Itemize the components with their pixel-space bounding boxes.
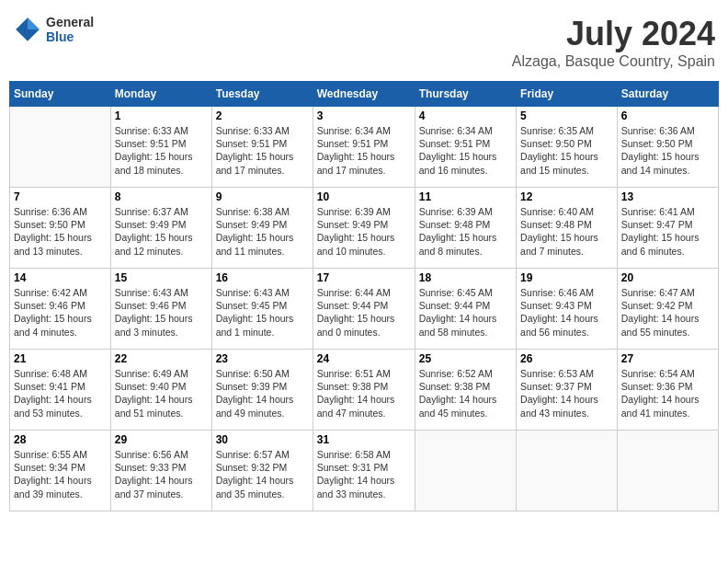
calendar-week-row: 28Sunrise: 6:55 AM Sunset: 9:34 PM Dayli… [10,431,719,511]
calendar-cell: 28Sunrise: 6:55 AM Sunset: 9:34 PM Dayli… [10,431,111,511]
calendar-cell: 9Sunrise: 6:38 AM Sunset: 9:49 PM Daylig… [211,188,313,269]
day-number: 28 [14,433,107,446]
day-number: 13 [621,190,714,203]
calendar-cell: 12Sunrise: 6:40 AM Sunset: 9:48 PM Dayli… [517,188,618,269]
day-info: Sunrise: 6:39 AM Sunset: 9:49 PM Dayligh… [317,205,411,258]
calendar-cell: 20Sunrise: 6:47 AM Sunset: 9:42 PM Dayli… [617,269,718,350]
calendar-cell [517,431,618,511]
calendar-cell: 13Sunrise: 6:41 AM Sunset: 9:47 PM Dayli… [617,188,718,269]
calendar-week-row: 7Sunrise: 6:36 AM Sunset: 9:50 PM Daylig… [10,188,719,269]
day-info: Sunrise: 6:33 AM Sunset: 9:51 PM Dayligh… [216,124,309,177]
day-number: 15 [115,271,208,284]
calendar-cell: 15Sunrise: 6:43 AM Sunset: 9:46 PM Dayli… [110,269,211,350]
calendar-week-row: 21Sunrise: 6:48 AM Sunset: 9:41 PM Dayli… [10,350,719,431]
day-number: 10 [317,190,411,203]
calendar-cell: 29Sunrise: 6:56 AM Sunset: 9:33 PM Dayli… [110,431,211,511]
calendar-cell: 24Sunrise: 6:51 AM Sunset: 9:38 PM Dayli… [313,350,415,431]
day-info: Sunrise: 6:34 AM Sunset: 9:51 PM Dayligh… [419,124,512,177]
day-number: 18 [419,271,512,284]
calendar-cell: 14Sunrise: 6:42 AM Sunset: 9:46 PM Dayli… [10,269,111,350]
calendar-cell: 11Sunrise: 6:39 AM Sunset: 9:48 PM Dayli… [415,188,516,269]
day-info: Sunrise: 6:43 AM Sunset: 9:45 PM Dayligh… [216,286,309,339]
logo-blue-text: Blue [46,29,94,44]
day-info: Sunrise: 6:34 AM Sunset: 9:51 PM Dayligh… [317,124,411,177]
day-info: Sunrise: 6:37 AM Sunset: 9:49 PM Dayligh… [115,205,208,258]
weekday-header-friday: Friday [517,82,618,107]
day-info: Sunrise: 6:42 AM Sunset: 9:46 PM Dayligh… [14,286,107,339]
weekday-header-monday: Monday [110,82,211,107]
calendar-week-row: 1Sunrise: 6:33 AM Sunset: 9:51 PM Daylig… [10,107,719,188]
calendar-cell: 5Sunrise: 6:35 AM Sunset: 9:50 PM Daylig… [517,107,618,188]
day-info: Sunrise: 6:56 AM Sunset: 9:33 PM Dayligh… [115,448,208,500]
location-title: Alzaga, Basque Country, Spain [512,53,715,70]
day-info: Sunrise: 6:55 AM Sunset: 9:34 PM Dayligh… [14,448,107,500]
calendar-cell [415,431,516,511]
calendar-cell: 22Sunrise: 6:49 AM Sunset: 9:40 PM Dayli… [110,350,211,431]
calendar-cell: 17Sunrise: 6:44 AM Sunset: 9:44 PM Dayli… [313,269,415,350]
day-info: Sunrise: 6:46 AM Sunset: 9:43 PM Dayligh… [520,286,613,339]
day-info: Sunrise: 6:48 AM Sunset: 9:41 PM Dayligh… [14,367,107,419]
day-number: 7 [14,190,107,203]
calendar-cell: 10Sunrise: 6:39 AM Sunset: 9:49 PM Dayli… [313,188,415,269]
day-number: 20 [621,271,714,284]
day-info: Sunrise: 6:50 AM Sunset: 9:39 PM Dayligh… [216,367,309,419]
calendar-cell: 18Sunrise: 6:45 AM Sunset: 9:44 PM Dayli… [415,269,516,350]
day-info: Sunrise: 6:38 AM Sunset: 9:49 PM Dayligh… [216,205,309,258]
day-number: 22 [115,352,208,365]
calendar-cell [10,107,111,188]
weekday-header-row: SundayMondayTuesdayWednesdayThursdayFrid… [10,82,719,107]
day-number: 3 [317,109,411,122]
day-info: Sunrise: 6:36 AM Sunset: 9:50 PM Dayligh… [14,205,107,258]
day-number: 12 [520,190,613,203]
calendar-cell [617,431,718,511]
day-number: 8 [115,190,208,203]
day-number: 5 [520,109,613,122]
day-number: 16 [216,271,309,284]
weekday-header-tuesday: Tuesday [211,82,313,107]
day-info: Sunrise: 6:41 AM Sunset: 9:47 PM Dayligh… [621,205,714,258]
calendar-cell: 6Sunrise: 6:36 AM Sunset: 9:50 PM Daylig… [617,107,718,188]
logo: General Blue [13,15,94,44]
day-info: Sunrise: 6:39 AM Sunset: 9:48 PM Dayligh… [419,205,512,258]
calendar-cell: 19Sunrise: 6:46 AM Sunset: 9:43 PM Dayli… [517,269,618,350]
day-number: 26 [520,352,613,365]
calendar-cell: 16Sunrise: 6:43 AM Sunset: 9:45 PM Dayli… [211,269,313,350]
calendar-cell: 23Sunrise: 6:50 AM Sunset: 9:39 PM Dayli… [211,350,313,431]
calendar-cell: 7Sunrise: 6:36 AM Sunset: 9:50 PM Daylig… [10,188,111,269]
day-number: 2 [216,109,309,122]
calendar-cell: 31Sunrise: 6:58 AM Sunset: 9:31 PM Dayli… [313,431,415,511]
day-info: Sunrise: 6:33 AM Sunset: 9:51 PM Dayligh… [115,124,208,177]
page-header: General Blue July 2024 Alzaga, Basque Co… [9,9,719,75]
day-info: Sunrise: 6:52 AM Sunset: 9:38 PM Dayligh… [419,367,512,419]
calendar-cell: 27Sunrise: 6:54 AM Sunset: 9:36 PM Dayli… [617,350,718,431]
month-title: July 2024 [512,15,715,53]
calendar-cell: 21Sunrise: 6:48 AM Sunset: 9:41 PM Dayli… [10,350,111,431]
day-number: 14 [14,271,107,284]
weekday-header-thursday: Thursday [415,82,516,107]
calendar-cell: 26Sunrise: 6:53 AM Sunset: 9:37 PM Dayli… [517,350,618,431]
day-info: Sunrise: 6:35 AM Sunset: 9:50 PM Dayligh… [520,124,613,177]
calendar-table: SundayMondayTuesdayWednesdayThursdayFrid… [9,81,719,511]
day-info: Sunrise: 6:44 AM Sunset: 9:44 PM Dayligh… [317,286,411,339]
day-number: 4 [419,109,512,122]
day-info: Sunrise: 6:51 AM Sunset: 9:38 PM Dayligh… [317,367,411,419]
logo-text: General Blue [46,15,94,44]
calendar-cell: 25Sunrise: 6:52 AM Sunset: 9:38 PM Dayli… [415,350,516,431]
day-info: Sunrise: 6:40 AM Sunset: 9:48 PM Dayligh… [520,205,613,258]
day-number: 27 [621,352,714,365]
day-number: 9 [216,190,309,203]
day-info: Sunrise: 6:47 AM Sunset: 9:42 PM Dayligh… [621,286,714,339]
day-info: Sunrise: 6:49 AM Sunset: 9:40 PM Dayligh… [115,367,208,419]
day-info: Sunrise: 6:53 AM Sunset: 9:37 PM Dayligh… [520,367,613,419]
day-number: 30 [216,433,309,446]
calendar-cell: 3Sunrise: 6:34 AM Sunset: 9:51 PM Daylig… [313,107,415,188]
day-info: Sunrise: 6:43 AM Sunset: 9:46 PM Dayligh… [115,286,208,339]
day-number: 25 [419,352,512,365]
day-number: 17 [317,271,411,284]
day-number: 6 [621,109,714,122]
day-number: 11 [419,190,512,203]
weekday-header-wednesday: Wednesday [313,82,415,107]
calendar-cell: 2Sunrise: 6:33 AM Sunset: 9:51 PM Daylig… [211,107,313,188]
weekday-header-sunday: Sunday [10,82,111,107]
day-number: 29 [115,433,208,446]
